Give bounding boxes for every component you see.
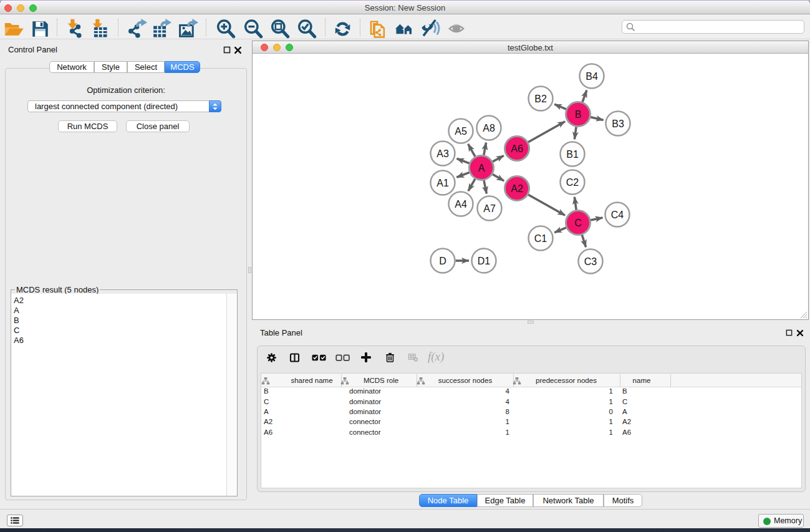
splitter-v bbox=[248, 267, 251, 273]
svg-text:B: B bbox=[575, 109, 582, 120]
tab-mcds[interactable]: MCDS bbox=[165, 61, 200, 73]
tab-network-table[interactable]: Network Table bbox=[533, 494, 604, 507]
tab-motifs[interactable]: Motifs bbox=[604, 494, 642, 507]
svg-text:A: A bbox=[478, 163, 485, 173]
combo[interactable]: largest connected component (directed) bbox=[27, 100, 221, 112]
svg-text:C3: C3 bbox=[584, 256, 597, 267]
svg-text:A2: A2 bbox=[511, 183, 523, 194]
svg-text:B3: B3 bbox=[612, 118, 624, 129]
opt-label: Optimization criterion: bbox=[5, 85, 247, 95]
mcds-list: A2ABCA6 bbox=[11, 294, 237, 496]
app-window: Session: New Session Control Panel Netwo… bbox=[0, 1, 810, 528]
wallpaper-bottom bbox=[0, 528, 810, 532]
tab-network[interactable]: Network bbox=[49, 61, 94, 73]
net-titlebar: testGlobe.txt bbox=[253, 41, 808, 54]
svg-text:D: D bbox=[439, 256, 446, 266]
svg-text:C1: C1 bbox=[534, 233, 547, 244]
svg-text:A7: A7 bbox=[483, 203, 496, 214]
svg-text:C2: C2 bbox=[566, 177, 579, 188]
svg-text:D1: D1 bbox=[478, 256, 491, 266]
status-list-btn[interactable] bbox=[7, 515, 23, 526]
fx-icon: f(x) bbox=[428, 350, 444, 364]
tab-style[interactable]: Style bbox=[94, 61, 127, 73]
svg-text:B4: B4 bbox=[586, 71, 598, 82]
svg-text:A5: A5 bbox=[455, 126, 467, 137]
tab-node-table[interactable]: Node Table bbox=[419, 494, 477, 507]
splitter-h bbox=[528, 321, 534, 324]
cytoscape-desktop: Session: New Session Control Panel Netwo… bbox=[0, 0, 810, 532]
control-panel: Control Panel Network Style Select MCDS … bbox=[0, 39, 248, 510]
btn-run[interactable]: Run MCDS bbox=[58, 120, 117, 132]
tab-select[interactable]: Select bbox=[127, 61, 165, 73]
svg-text:B1: B1 bbox=[566, 149, 579, 160]
svg-text:B2: B2 bbox=[534, 94, 547, 104]
svg-text:A8: A8 bbox=[483, 123, 495, 133]
table-panel-title: Table Panel bbox=[260, 328, 302, 337]
svg-text:C4: C4 bbox=[611, 210, 624, 220]
svg-text:A6: A6 bbox=[511, 143, 523, 154]
control-panel-title: Control Panel bbox=[8, 45, 57, 54]
memory-btn[interactable]: Memory bbox=[758, 514, 804, 528]
search-box[interactable] bbox=[622, 20, 804, 34]
svg-text:C: C bbox=[574, 218, 582, 228]
status-bar: Memory bbox=[0, 509, 810, 528]
window-title: Session: New Session bbox=[0, 3, 810, 12]
tab-edge-table[interactable]: Edge Table bbox=[477, 494, 533, 507]
btn-close-panel[interactable]: Close panel bbox=[126, 120, 190, 132]
svg-text:A4: A4 bbox=[455, 199, 467, 210]
svg-text:A1: A1 bbox=[436, 178, 449, 188]
svg-text:A3: A3 bbox=[436, 148, 449, 159]
network-graph: B4B2BB3A5A8A6A3B1AA1C2A2A4A7C4CC1C3DD1 bbox=[253, 54, 809, 319]
titlebar: Session: New Session bbox=[0, 1, 810, 14]
